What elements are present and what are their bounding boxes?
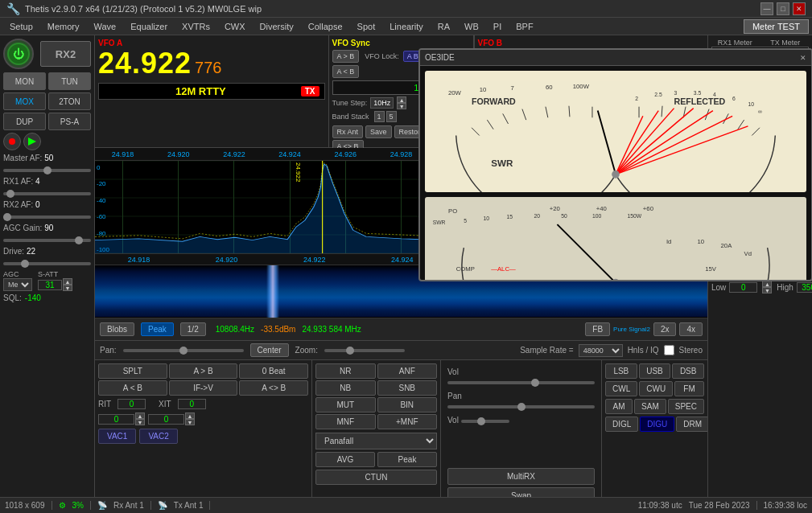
- vol1-slider[interactable]: [447, 381, 595, 384]
- vfo-a-to-b-button[interactable]: A > B: [332, 50, 360, 63]
- digu-button[interactable]: DIGU: [640, 417, 674, 432]
- splt-button[interactable]: SPLT: [98, 363, 167, 379]
- a-from-b-button[interactable]: A < B: [98, 380, 167, 396]
- rit-value-input[interactable]: [117, 399, 146, 409]
- pan-knob[interactable]: [447, 405, 595, 408]
- fm-button[interactable]: FM: [674, 381, 704, 396]
- menu-cwx[interactable]: CWX: [218, 20, 252, 33]
- cwl-button[interactable]: CWL: [605, 381, 637, 396]
- menu-linearity[interactable]: Linearity: [383, 20, 430, 33]
- drive-slider[interactable]: [3, 262, 91, 265]
- low-input[interactable]: [729, 282, 757, 293]
- xit-down[interactable]: ▼: [185, 419, 195, 425]
- pmnf-button[interactable]: +MNF: [377, 414, 438, 429]
- a-swap-b-button[interactable]: A <> B: [239, 380, 308, 396]
- mox-button[interactable]: MOX: [3, 92, 46, 110]
- x4-button[interactable]: 4x: [679, 322, 703, 336]
- multirx-button[interactable]: MultiRX: [447, 468, 595, 485]
- meter-test-button[interactable]: Meter TEST: [744, 19, 809, 34]
- dsb-button[interactable]: DSB: [672, 363, 704, 379]
- center-button[interactable]: Center: [250, 343, 289, 357]
- pan-slider[interactable]: [123, 349, 244, 352]
- high-input[interactable]: [797, 282, 812, 293]
- x2-button[interactable]: 2x: [653, 322, 677, 336]
- rit-input[interactable]: [98, 414, 134, 425]
- mut-button[interactable]: MUT: [315, 397, 376, 412]
- snb-button[interactable]: SNB: [377, 380, 438, 396]
- bin-button[interactable]: BIN: [377, 397, 438, 412]
- blobs-button[interactable]: Blobs: [100, 322, 134, 336]
- menu-ra[interactable]: RA: [431, 20, 456, 33]
- nr-button[interactable]: NR: [315, 363, 376, 379]
- menu-bpf[interactable]: BPF: [509, 20, 539, 33]
- a-to-b-button[interactable]: A > B: [169, 363, 238, 379]
- lsb-button[interactable]: LSB: [605, 363, 637, 379]
- vol2-slider[interactable]: [461, 420, 509, 423]
- vfo-a-freq-main[interactable]: 24.922: [98, 47, 192, 80]
- avg-button[interactable]: AVG: [315, 452, 375, 467]
- rit-up[interactable]: ▲: [135, 412, 145, 419]
- record-button[interactable]: [3, 133, 21, 150]
- vac2-button[interactable]: VAC2: [139, 429, 177, 444]
- low-down[interactable]: ▼: [762, 287, 772, 293]
- beat-button[interactable]: 0 Beat: [239, 363, 308, 379]
- minimize-button[interactable]: —: [760, 2, 773, 15]
- psa-button[interactable]: PS-A: [48, 113, 91, 130]
- sample-rate-select[interactable]: 4800096000192000: [579, 344, 623, 357]
- tun-button[interactable]: TUN: [48, 72, 91, 90]
- low-up[interactable]: ▲: [762, 281, 772, 287]
- am-button[interactable]: AM: [605, 399, 633, 414]
- 2ton-button[interactable]: 2TON: [48, 92, 91, 110]
- mon-button[interactable]: MON: [3, 72, 46, 90]
- rx2-button[interactable]: RX2: [40, 41, 91, 67]
- rx2-af-slider[interactable]: [3, 215, 91, 219]
- play-button[interactable]: [23, 133, 41, 150]
- save-button[interactable]: Save: [365, 125, 392, 138]
- ctun-button[interactable]: CTUN: [315, 470, 437, 485]
- tune-step-down[interactable]: ▼: [397, 103, 406, 109]
- band-stack-1[interactable]: 1: [374, 111, 385, 122]
- digl-button[interactable]: DIGL: [605, 417, 638, 432]
- vac1-button[interactable]: VAC1: [98, 429, 136, 444]
- menu-collapse[interactable]: Collapse: [302, 20, 349, 33]
- ifv-button[interactable]: IF->V: [169, 380, 238, 396]
- fraction-button[interactable]: 1/2: [180, 322, 206, 336]
- panafall-select[interactable]: PanafallPanadapterWaterfall: [315, 433, 437, 449]
- nb-button[interactable]: NB: [315, 380, 376, 396]
- spec-button[interactable]: SPEC: [668, 399, 704, 414]
- usb-button[interactable]: USB: [639, 363, 671, 379]
- agc-select[interactable]: MedFastSlow: [3, 278, 32, 291]
- xit-up[interactable]: ▲: [185, 412, 195, 419]
- xit-value-input[interactable]: [178, 399, 206, 409]
- tune-step-up[interactable]: ▲: [397, 96, 406, 103]
- menu-setup[interactable]: Setup: [3, 20, 39, 33]
- mnf-button[interactable]: MNF: [315, 414, 376, 429]
- close-button[interactable]: ✕: [793, 2, 806, 15]
- drm-button[interactable]: DRM: [676, 417, 707, 432]
- sam-button[interactable]: SAM: [634, 399, 666, 414]
- power-button[interactable]: ⏻: [3, 39, 34, 69]
- cwu-button[interactable]: CWU: [639, 381, 673, 396]
- master-af-slider[interactable]: [3, 169, 91, 172]
- fb-button[interactable]: FB: [585, 322, 610, 336]
- xit-input[interactable]: [148, 414, 184, 425]
- menu-wb[interactable]: WB: [458, 20, 485, 33]
- band-stack-5[interactable]: 5: [386, 111, 397, 122]
- menu-diversity[interactable]: Diversity: [253, 20, 300, 33]
- zoom-slider[interactable]: [324, 349, 405, 352]
- rit-down[interactable]: ▼: [135, 419, 145, 425]
- anf-button[interactable]: ANF: [377, 363, 438, 379]
- menu-equalizer[interactable]: Equalizer: [124, 20, 174, 33]
- agc-gain-slider[interactable]: [3, 239, 91, 242]
- stereo-checkbox[interactable]: [664, 345, 674, 355]
- menu-spot[interactable]: Spot: [351, 20, 382, 33]
- peak-dsp-button[interactable]: Peak: [377, 452, 437, 467]
- peak-button[interactable]: Peak: [141, 322, 174, 336]
- maximize-button[interactable]: □: [777, 2, 789, 15]
- satt-up[interactable]: ▲: [63, 278, 72, 285]
- vfo-b-to-a-button[interactable]: A < B: [332, 65, 360, 78]
- dup-button[interactable]: DUP: [3, 113, 46, 130]
- rx-ant-button[interactable]: Rx Ant: [332, 125, 364, 138]
- menu-xvtrs[interactable]: XVTRs: [175, 20, 216, 33]
- swr-meter-close[interactable]: ✕: [800, 54, 806, 62]
